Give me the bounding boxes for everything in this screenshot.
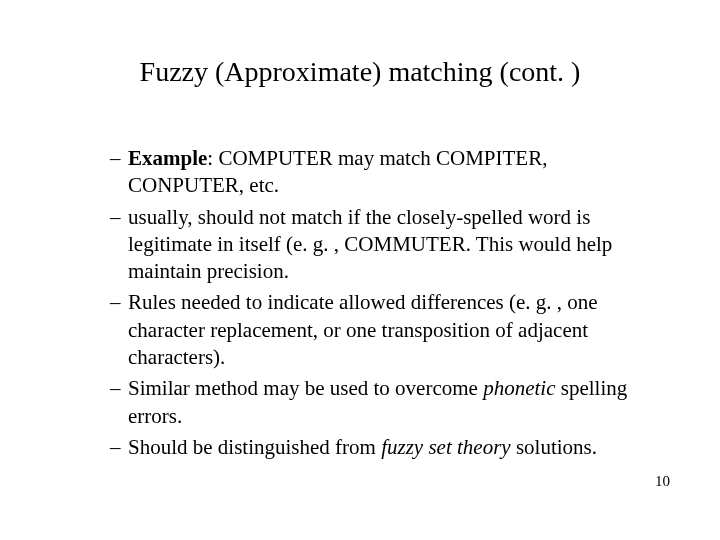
bullet-text: Similar method may be used to overcome p… [128, 375, 655, 430]
list-item: – Example: COMPUTER may match COMPITER, … [110, 145, 655, 200]
page-number: 10 [655, 473, 670, 490]
text-run: solutions. [511, 435, 597, 459]
bullet-text: Should be distinguished from fuzzy set t… [128, 434, 655, 461]
bullet-dash-icon: – [110, 204, 128, 286]
bold-text: Example [128, 146, 207, 170]
slide-body: – Example: COMPUTER may match COMPITER, … [110, 145, 655, 465]
bullet-text: Rules needed to indicate allowed differe… [128, 289, 655, 371]
text-run: Should be distinguished from [128, 435, 381, 459]
text-run: Similar method may be used to overcome [128, 376, 483, 400]
italic-text: fuzzy set theory [381, 435, 510, 459]
italic-text: phonetic [483, 376, 555, 400]
bullet-dash-icon: – [110, 145, 128, 200]
slide: Fuzzy (Approximate) matching (cont. ) – … [0, 0, 720, 540]
bullet-dash-icon: – [110, 289, 128, 371]
text-run: usually, should not match if the closely… [128, 205, 612, 284]
slide-title: Fuzzy (Approximate) matching (cont. ) [0, 56, 720, 88]
list-item: – Similar method may be used to overcome… [110, 375, 655, 430]
bullet-text: Example: COMPUTER may match COMPITER, CO… [128, 145, 655, 200]
list-item: – usually, should not match if the close… [110, 204, 655, 286]
list-item: – Should be distinguished from fuzzy set… [110, 434, 655, 461]
list-item: – Rules needed to indicate allowed diffe… [110, 289, 655, 371]
bullet-dash-icon: – [110, 375, 128, 430]
bullet-text: usually, should not match if the closely… [128, 204, 655, 286]
text-run: Rules needed to indicate allowed differe… [128, 290, 598, 369]
bullet-dash-icon: – [110, 434, 128, 461]
